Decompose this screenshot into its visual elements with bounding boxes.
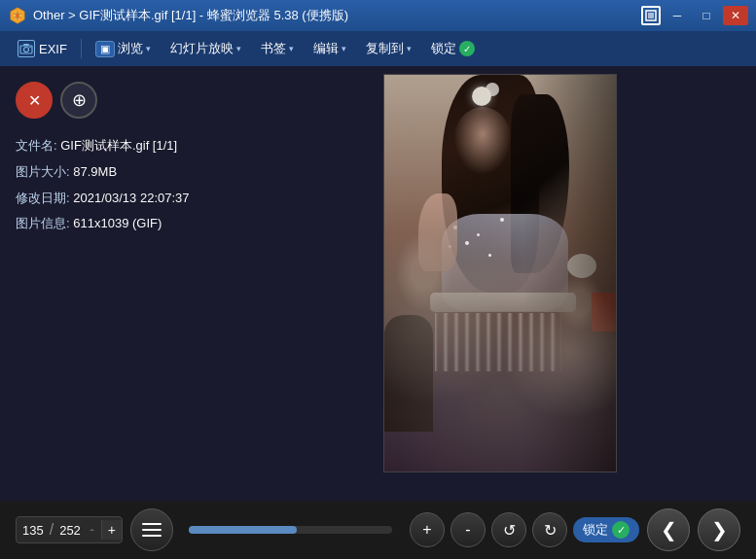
imageinfo-row: 图片信息: 611x1039 (GIF) (16, 214, 228, 234)
filesize-row: 图片大小: 87.9MB (16, 162, 228, 183)
svg-rect-7 (648, 13, 654, 18)
hamburger-menu-button[interactable] (130, 508, 173, 551)
tool-buttons: + - ↺ ↻ 锁定 ✓ (410, 512, 639, 547)
total-frames: 252 (54, 523, 87, 538)
window-controls: ─ □ ✕ (641, 6, 748, 25)
close-button[interactable]: ✕ (723, 6, 748, 25)
progress-fill (189, 526, 297, 534)
film-icon: ▣ (95, 41, 115, 57)
blur-overlay (384, 75, 616, 472)
toolbar-center: + - ↺ ↻ 锁定 ✓ (181, 512, 639, 547)
bottom-toolbar: 135 / 252 ╴ + + - ↺ ↻ (0, 501, 756, 559)
svg-rect-10 (23, 44, 29, 46)
titlebar: Other > GIF测试样本.gif [1/1] - 蜂蜜浏览器 5.38 (… (0, 0, 756, 31)
svg-point-11 (29, 47, 31, 49)
image-area (243, 66, 756, 501)
main-content: ✕ ⊕ 文件名: GIF测试样本.gif [1/1] 图片大小: 87.9MB … (0, 66, 756, 501)
menu-exif[interactable]: EXIF (8, 31, 77, 66)
menu-copy-to[interactable]: 复制到 ▾ (356, 31, 421, 66)
image-background (384, 75, 616, 472)
minimize-button[interactable]: ─ (665, 6, 690, 25)
zoom-in-button[interactable]: + (410, 512, 445, 547)
exif-label: EXIF (39, 42, 67, 56)
slideshow-arrow: ▾ (236, 44, 241, 53)
rotate-right-button[interactable]: ↻ (532, 512, 567, 547)
lock-check-icon: ✓ (459, 41, 475, 56)
frame-counter: 135 / 252 ╴ + (16, 516, 123, 543)
menu-bookmark[interactable]: 书签 ▾ (251, 31, 304, 66)
browse-arrow: ▾ (146, 44, 151, 53)
lock-check-badge-icon: ✓ (612, 521, 630, 539)
edit-arrow: ▾ (342, 44, 346, 53)
panel-copy-button[interactable]: ⊕ (60, 82, 97, 119)
panel-action-buttons: ✕ ⊕ (16, 82, 228, 119)
playback-progress[interactable] (189, 526, 392, 534)
capture-btn[interactable] (641, 6, 661, 25)
menu-separator-1 (81, 39, 82, 58)
camera-icon (18, 40, 35, 57)
info-panel: ✕ ⊕ 文件名: GIF测试样本.gif [1/1] 图片大小: 87.9MB … (0, 66, 243, 501)
menu-edit[interactable]: 编辑 ▾ (304, 31, 356, 66)
hamburger-line-2 (142, 529, 162, 531)
svg-point-9 (24, 48, 29, 52)
rotate-left-button[interactable]: ↺ (491, 512, 526, 547)
zoom-out-button[interactable]: - (450, 512, 486, 547)
frame-dismiss-button[interactable]: ╴ (87, 524, 101, 537)
frame-add-button[interactable]: + (101, 520, 122, 540)
menu-slideshow[interactable]: 幻灯片放映 ▾ (161, 31, 251, 66)
svg-point-5 (16, 14, 19, 17)
menu-browse[interactable]: ▣ 浏览 ▾ (86, 31, 161, 66)
next-button[interactable]: ❯ (698, 508, 740, 551)
app-logo (8, 6, 27, 25)
filename-row: 文件名: GIF测试样本.gif [1/1] (16, 136, 228, 157)
image-view (383, 74, 617, 472)
maximize-button[interactable]: □ (694, 6, 719, 25)
date-row: 修改日期: 2021/03/13 22:07:37 (16, 189, 228, 209)
prev-button[interactable]: ❮ (647, 508, 690, 551)
hamburger-line-3 (142, 535, 162, 537)
menu-lock[interactable]: 锁定 ✓ (421, 31, 485, 66)
lock-badge[interactable]: 锁定 ✓ (573, 517, 639, 542)
current-frame: 135 (17, 523, 50, 538)
panel-close-button[interactable]: ✕ (16, 82, 53, 119)
copy-arrow: ▾ (407, 44, 412, 53)
hamburger-line-1 (142, 523, 162, 525)
bookmark-arrow: ▾ (289, 44, 294, 53)
window-title: Other > GIF测试样本.gif [1/1] - 蜂蜜浏览器 5.38 (… (33, 7, 635, 24)
menubar: EXIF ▣ 浏览 ▾ 幻灯片放映 ▾ 书签 ▾ 编辑 ▾ 复制到 ▾ 锁定 ✓ (0, 31, 756, 66)
